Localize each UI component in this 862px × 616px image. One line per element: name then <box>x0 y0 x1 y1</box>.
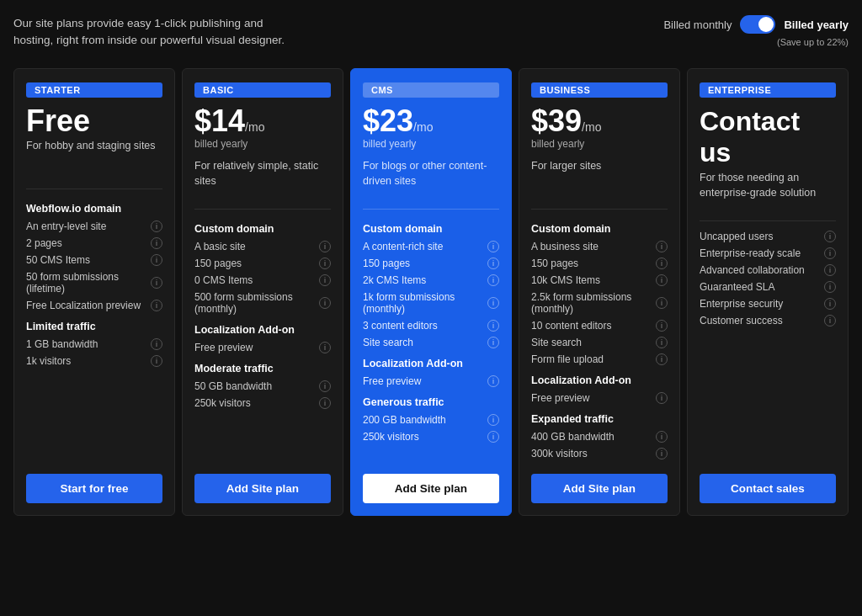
plan-badge-enterprise: ENTERPRISE <box>700 82 836 98</box>
feature-item: Form file uploadi <box>531 351 668 368</box>
info-icon[interactable]: i <box>824 315 836 327</box>
feature-group-title-cms-0: Custom domain <box>363 223 499 235</box>
info-icon[interactable]: i <box>319 241 331 252</box>
feature-item-text: 150 pages <box>531 258 652 269</box>
feature-item-text: 50 form submissions (lifetime) <box>26 271 147 295</box>
feature-item-text: 1k form submissions (monthly) <box>363 291 484 315</box>
plan-button-starter[interactable]: Start for free <box>26 474 162 503</box>
plan-desc-basic: For relatively simple, static sites <box>194 158 331 190</box>
plan-price-basic: $14/mo <box>194 106 331 136</box>
info-icon[interactable]: i <box>151 237 162 249</box>
feature-item: 10k CMS Itemsi <box>531 272 668 289</box>
info-icon[interactable]: i <box>656 337 668 348</box>
plan-price-cms: $23/mo <box>363 106 499 136</box>
feature-item: Advanced collaborationi <box>700 262 836 279</box>
info-icon[interactable]: i <box>656 274 668 286</box>
info-icon[interactable]: i <box>824 298 836 310</box>
feature-item: Enterprise-ready scalei <box>700 245 836 262</box>
info-icon[interactable]: i <box>487 414 499 426</box>
feature-item-text: Uncapped users <box>700 231 821 242</box>
billing-toggle[interactable] <box>740 15 775 34</box>
info-icon[interactable]: i <box>656 320 668 332</box>
info-icon[interactable]: i <box>656 258 668 269</box>
feature-group-title-basic-2: Moderate traffic <box>194 363 331 374</box>
feature-item: 300k visitorsi <box>531 445 668 462</box>
feature-item: Guaranteed SLAi <box>700 279 836 295</box>
info-icon[interactable]: i <box>487 274 499 286</box>
info-icon[interactable]: i <box>487 258 499 269</box>
info-icon[interactable]: i <box>656 431 668 443</box>
plan-button-business[interactable]: Add Site plan <box>531 474 668 503</box>
feature-item: Site searchi <box>531 334 668 351</box>
info-icon[interactable]: i <box>824 231 836 242</box>
feature-group-title-business-0: Custom domain <box>531 223 668 235</box>
info-icon[interactable]: i <box>487 297 499 309</box>
info-icon[interactable]: i <box>151 338 162 350</box>
feature-item: Uncapped usersi <box>700 228 836 245</box>
info-icon[interactable]: i <box>656 297 668 309</box>
info-icon[interactable]: i <box>151 254 162 266</box>
feature-item: 150 pagesi <box>363 255 499 272</box>
feature-item-text: 10k CMS Items <box>531 274 652 286</box>
header-description: Our site plans provide easy 1-click publ… <box>13 15 300 50</box>
info-icon[interactable]: i <box>319 380 331 392</box>
info-icon[interactable]: i <box>319 258 331 269</box>
feature-group-title-business-1: Localization Add-on <box>531 374 668 386</box>
feature-item-text: A basic site <box>194 241 316 252</box>
info-icon[interactable]: i <box>824 264 836 276</box>
plan-billed-cms: billed yearly <box>363 138 499 150</box>
save-text: (Save up to 22%) <box>777 37 849 47</box>
info-icon[interactable]: i <box>487 320 499 332</box>
feature-item-text: 250k visitors <box>194 397 316 409</box>
info-icon[interactable]: i <box>656 241 668 252</box>
info-icon[interactable]: i <box>656 353 668 365</box>
feature-item-text: Enterprise-ready scale <box>700 247 821 259</box>
feature-group-title-basic-0: Custom domain <box>194 223 331 235</box>
info-icon[interactable]: i <box>319 342 331 353</box>
info-icon[interactable]: i <box>487 375 499 387</box>
feature-item-text: Guaranteed SLA <box>700 281 821 293</box>
info-icon[interactable]: i <box>151 277 162 289</box>
feature-item-text: Site search <box>363 337 484 348</box>
feature-item-text: 50 GB bandwidth <box>194 380 316 392</box>
plan-button-enterprise[interactable]: Contact sales <box>700 474 836 503</box>
plan-button-cms[interactable]: Add Site plan <box>363 474 499 503</box>
feature-item: Free Localization previewi <box>26 297 162 314</box>
info-icon[interactable]: i <box>487 241 499 252</box>
feature-item-text: Customer success <box>700 315 821 327</box>
info-icon[interactable]: i <box>319 397 331 409</box>
info-icon[interactable]: i <box>487 431 499 443</box>
feature-item-text: Free preview <box>363 375 484 387</box>
plan-price-starter: Free <box>26 106 162 136</box>
info-icon[interactable]: i <box>656 392 668 404</box>
plan-card-starter: STARTERFreeFor hobby and staging sitesWe… <box>13 68 175 516</box>
plan-billed-business: billed yearly <box>531 138 668 150</box>
info-icon[interactable]: i <box>151 300 162 311</box>
feature-item-text: 2.5k form submissions (monthly) <box>531 291 652 315</box>
feature-item-text: 3 content editors <box>363 320 484 332</box>
info-icon[interactable]: i <box>319 297 331 309</box>
plan-badge-basic: BASIC <box>194 82 331 98</box>
info-icon[interactable]: i <box>151 355 162 367</box>
feature-item: 50 GB bandwidthi <box>194 378 331 395</box>
feature-item-text: Site search <box>531 337 652 348</box>
feature-item: 2k CMS Itemsi <box>363 272 499 289</box>
plan-price-business: $39/mo <box>531 106 668 136</box>
feature-group-title-basic-1: Localization Add-on <box>194 324 331 336</box>
billing-yearly-label: Billed yearly <box>784 19 849 31</box>
feature-item: 1k form submissions (monthly)i <box>363 289 499 317</box>
plan-badge-business: BUSINESS <box>531 82 668 98</box>
feature-item: Free previewi <box>194 339 331 356</box>
info-icon[interactable]: i <box>656 448 668 459</box>
info-icon[interactable]: i <box>487 337 499 348</box>
plan-button-basic[interactable]: Add Site plan <box>194 474 331 503</box>
feature-item: Customer successi <box>700 312 836 329</box>
plan-desc-business: For larger sites <box>531 158 668 190</box>
info-icon[interactable]: i <box>824 247 836 259</box>
info-icon[interactable]: i <box>319 274 331 286</box>
info-icon[interactable]: i <box>824 281 836 293</box>
feature-item-text: Enterprise security <box>700 298 821 310</box>
feature-item: 150 pagesi <box>531 255 668 272</box>
info-icon[interactable]: i <box>151 220 162 232</box>
feature-item: 1k visitorsi <box>26 353 162 369</box>
